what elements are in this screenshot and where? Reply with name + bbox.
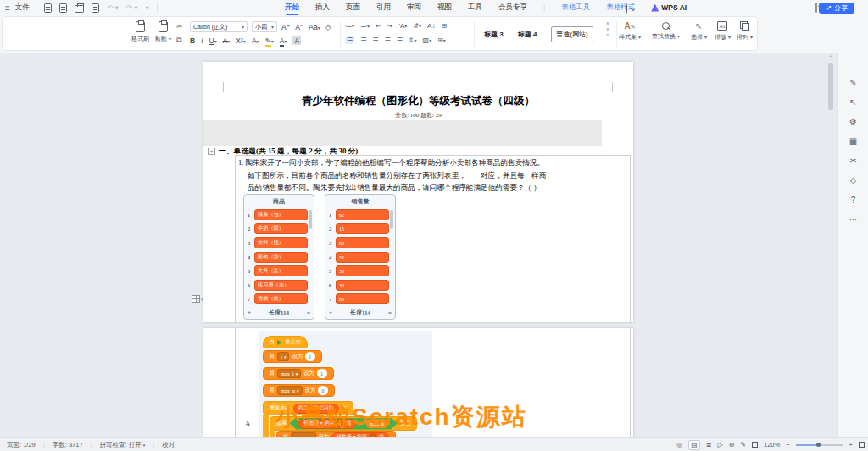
adjust-icon[interactable]: ⚙ xyxy=(849,118,857,126)
list-item[interactable]: 2牛奶（箱） xyxy=(245,222,308,237)
quickbar-more-icon[interactable]: ▾ xyxy=(146,3,149,12)
share-button[interactable]: ↗ 分享 xyxy=(819,3,854,14)
edit-mode-icon[interactable]: ✎ xyxy=(740,442,746,448)
outdent-button[interactable]: ⇤ xyxy=(376,22,381,30)
font-name-select[interactable]: Calibri (正文)▾ xyxy=(190,21,248,32)
find-replace-button[interactable]: 查找替换 ▾ xyxy=(652,22,680,41)
format-painter-button[interactable]: 格式刷 xyxy=(131,21,149,43)
bullets-button[interactable]: ≔▾ xyxy=(345,22,354,30)
more-icon[interactable]: ⋯ xyxy=(849,215,858,224)
table-move-handle[interactable]: + xyxy=(208,148,215,155)
italic-button[interactable]: I xyxy=(201,36,203,45)
indent-button[interactable]: ⇥ xyxy=(387,22,393,30)
gallery-down-icon[interactable]: ∨ xyxy=(606,26,609,31)
superscript-button[interactable]: X²▾ xyxy=(236,36,246,45)
help-icon[interactable]: ? xyxy=(851,196,856,204)
list-item[interactable]: 162 xyxy=(326,208,389,222)
image-icon[interactable]: ▦ xyxy=(849,137,857,146)
zoom-in-button[interactable]: + xyxy=(849,441,853,448)
tab-引用[interactable]: 引用 xyxy=(376,3,391,13)
list-item[interactable]: 5文具（套） xyxy=(245,264,308,278)
text-tool-button[interactable]: Aa▾ xyxy=(309,23,320,31)
eye-protect-icon[interactable]: ◎ xyxy=(676,442,682,448)
list-item[interactable]: 4面包（袋） xyxy=(245,250,308,264)
web-view-icon[interactable]: ⊕ xyxy=(729,442,735,448)
printer-icon[interactable] xyxy=(75,5,84,13)
tab-视图[interactable]: 视图 xyxy=(437,3,452,13)
tab-开始[interactable]: 开始 xyxy=(285,3,299,13)
paragraph-select-handle[interactable]: ▾ xyxy=(192,295,203,303)
list-scrollbar[interactable] xyxy=(390,210,393,229)
tab-插入[interactable]: 插入 xyxy=(315,3,330,13)
save-icon[interactable] xyxy=(44,3,52,13)
change-case-button[interactable]: 'A▾ xyxy=(398,22,407,30)
show-marks-button[interactable]: ⊞ xyxy=(441,22,447,30)
list-item[interactable]: 456 xyxy=(326,250,389,264)
highlight-button[interactable]: ✎▾ xyxy=(265,36,274,45)
typeset-button[interactable]: A≡ 排版 ▾ xyxy=(715,21,731,42)
char-shading-button[interactable]: A▾ xyxy=(252,36,259,45)
numbering-button[interactable]: ≕▾ xyxy=(360,22,370,30)
style-set-button[interactable]: A✎ 样式集 ▾ xyxy=(619,21,641,42)
document-canvas[interactable]: 青少年软件编程（图形化）等级考试试卷（四级） 分数: 100 题数: 29 + … xyxy=(0,53,837,437)
align-justify-button[interactable]: ☰ xyxy=(385,36,391,44)
page-indicator[interactable]: 页面: 1/29 xyxy=(7,441,36,449)
redo-icon[interactable]: ↷ ▾ xyxy=(126,3,138,12)
wps-ai-button[interactable]: WPS AI xyxy=(651,3,687,12)
list-add-button[interactable]: + xyxy=(329,309,332,316)
list-item[interactable]: 530 xyxy=(326,264,389,278)
list-item[interactable]: 1辣条（包） xyxy=(245,208,308,222)
list-item[interactable]: 630 xyxy=(326,278,389,292)
shrink-font-button[interactable]: A⁻ xyxy=(295,23,303,31)
cut-icon[interactable]: ✂ xyxy=(176,23,183,31)
scroll-top-icon[interactable]: ⌃ xyxy=(827,54,834,61)
list-resize-handle[interactable]: = xyxy=(307,309,310,316)
font-color-button[interactable]: A▾ xyxy=(280,36,287,45)
line-spacing-button[interactable]: ⇕▾ xyxy=(409,36,417,44)
zoom-out-button[interactable]: − xyxy=(786,441,789,448)
copy-icon[interactable]: ⧉ xyxy=(176,36,181,44)
list-resize-handle[interactable]: = xyxy=(388,309,392,316)
page-1[interactable]: 青少年软件编程（图形化）等级考试试卷（四级） 分数: 100 题数: 29 + … xyxy=(203,62,633,322)
zoom-level[interactable]: 120% xyxy=(764,441,780,448)
list-item[interactable]: 7雪糕（袋） xyxy=(245,292,308,307)
list-item[interactable]: 215 xyxy=(326,222,389,237)
tab-审阅[interactable]: 审阅 xyxy=(407,3,421,13)
gallery-more-icon[interactable]: ≡ xyxy=(606,32,609,37)
shading-button[interactable]: ▨▾ xyxy=(423,36,432,44)
style-标题 3[interactable]: 标题 3 xyxy=(484,30,504,39)
shape-icon[interactable]: ◇ xyxy=(850,176,857,185)
fit-page-icon[interactable] xyxy=(752,442,758,448)
list-item[interactable]: 3饮料（瓶） xyxy=(245,236,308,250)
tab-工具[interactable]: 工具 xyxy=(468,3,482,13)
style-标题 4[interactable]: 标题 4 xyxy=(518,30,537,39)
list-item[interactable]: 380 xyxy=(326,236,389,250)
tab-页面[interactable]: 页面 xyxy=(346,3,360,13)
arrange-button[interactable]: 排列 ▾ xyxy=(737,21,753,42)
read-mode-icon[interactable]: ▷ xyxy=(717,442,722,448)
clear-format-button[interactable]: ◇ xyxy=(326,23,331,31)
style-普通(网站)[interactable]: 普通(网站) xyxy=(551,26,593,42)
word-count[interactable]: 字数: 3717 xyxy=(53,441,83,449)
bold-button[interactable]: B xyxy=(190,36,195,45)
proofread-button[interactable]: 校对 xyxy=(162,441,175,449)
print-preview-icon[interactable] xyxy=(59,3,67,13)
crop-icon[interactable]: ✂ xyxy=(849,157,856,165)
file-menu[interactable]: 文件 xyxy=(15,3,30,13)
list-add-button[interactable]: + xyxy=(248,309,251,316)
collapse-icon[interactable]: — xyxy=(849,59,858,68)
align-left-button[interactable]: ☰ xyxy=(345,36,354,44)
tab-会员专享[interactable]: 会员专享 xyxy=(498,3,527,13)
list-scrollbar[interactable] xyxy=(309,210,312,229)
paste-button[interactable]: 粘贴 ▾ xyxy=(155,21,171,43)
outline-view-icon[interactable]: ≣ xyxy=(706,442,712,448)
list-item[interactable]: 6练习册（本） xyxy=(245,278,308,292)
select-button[interactable]: ↖ 选择 ▾ xyxy=(691,21,707,42)
align-distribute-button[interactable]: ☰ xyxy=(397,36,403,44)
export-pdf-icon[interactable] xyxy=(92,3,99,13)
align-right-button[interactable]: ☰ xyxy=(372,36,378,44)
char-box-button[interactable]: A xyxy=(292,36,301,45)
strikethrough-button[interactable]: A▾ xyxy=(223,36,231,45)
page-view-icon[interactable]: ▤ xyxy=(688,440,700,450)
page-2[interactable]: A. 当 被点击 将i▾设为1将max_i▾设为1将max_n▾设为0 重复执行… xyxy=(203,328,633,437)
